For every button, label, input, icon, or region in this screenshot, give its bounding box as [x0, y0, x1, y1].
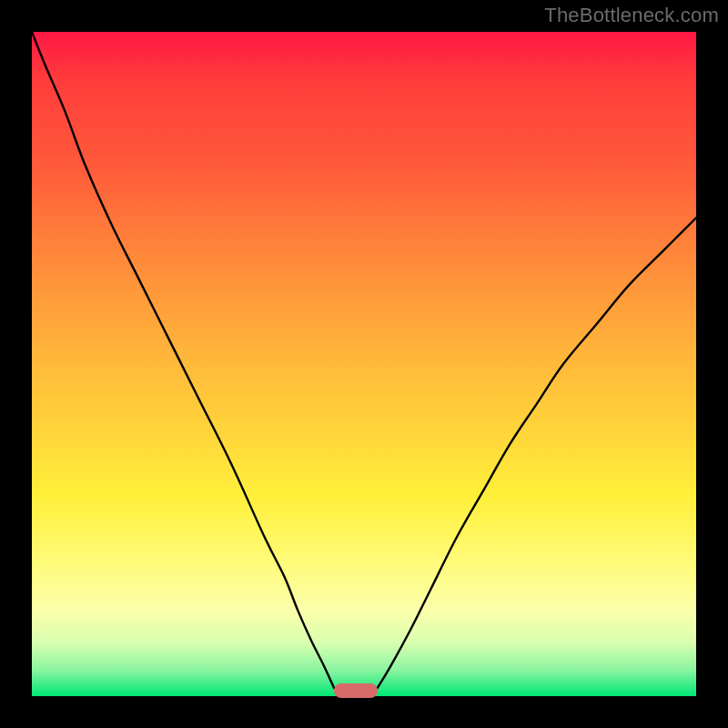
plot-area: [32, 32, 696, 696]
bottleneck-marker: [334, 683, 378, 698]
curve-right-branch: [378, 217, 696, 688]
curve-left-branch: [32, 32, 334, 688]
curve-svg: [32, 32, 696, 696]
attribution-text: TheBottleneck.com: [544, 4, 719, 27]
outer-frame: TheBottleneck.com: [0, 0, 728, 728]
